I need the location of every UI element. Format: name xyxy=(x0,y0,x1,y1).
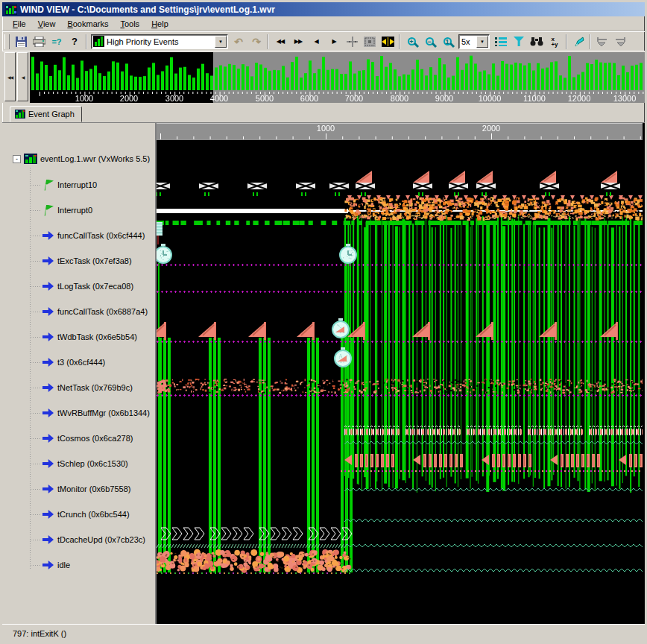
tree-item-icon xyxy=(42,180,54,191)
title-bar[interactable]: WIND VIEW - C:\Documents and Settings\jr… xyxy=(2,2,645,16)
tree-item-connector xyxy=(31,388,42,388)
overview-scroll-left-button[interactable]: ◀ xyxy=(17,52,28,101)
status-text: 797: intExitK () xyxy=(13,629,66,638)
tree-item-connector xyxy=(31,362,42,363)
save-icon xyxy=(16,37,27,47)
marker-button[interactable] xyxy=(569,34,587,50)
binoculars-icon xyxy=(530,37,543,46)
zoom-region-button[interactable] xyxy=(361,34,379,50)
filter-button[interactable] xyxy=(510,34,528,50)
event-list-button[interactable] xyxy=(492,34,510,50)
tree-item-icon xyxy=(42,332,54,343)
help-button[interactable]: ? xyxy=(66,34,83,50)
next-event-button[interactable]: ▶ xyxy=(325,34,343,50)
tab-event-graph[interactable]: Event Graph xyxy=(10,106,82,122)
tree-item-icon xyxy=(42,382,54,394)
toolbar-separator xyxy=(86,34,87,49)
zoom-region-icon xyxy=(364,37,376,47)
tree-item-label: tWdbTask (0x6e5b54) xyxy=(57,332,137,341)
tree-item[interactable]: t3 (0x6cf444) xyxy=(2,350,155,375)
tree-item-label: tWvRBuffMgr (0x6b1344) xyxy=(57,408,150,417)
toolbar-handle[interactable] xyxy=(4,34,10,49)
tree-item[interactable]: tMonitor (0x6b7558) xyxy=(2,476,155,502)
tab-strip: Event Graph xyxy=(2,103,645,122)
tree-item[interactable]: tLogTask (0x7eca08) xyxy=(2,274,155,299)
event-log-icon xyxy=(24,154,37,164)
context-help-icon: =? xyxy=(51,37,61,46)
tree-item-connector xyxy=(31,210,42,211)
save-button[interactable] xyxy=(12,34,30,50)
goto-end-button[interactable] xyxy=(611,34,629,50)
task-tree-panel: - eventLog.1.wvr (VxWorks 5.5) xyxy=(2,123,157,624)
toolbar-separator xyxy=(566,34,567,49)
toolbar: =? ? High Priority Events ▼ ↶ ↷ ◀◀ ▶▶ ◀ … xyxy=(2,31,645,51)
tree-item-label: tExcTask (0x7ef3a8) xyxy=(57,256,132,265)
print-button[interactable] xyxy=(30,34,48,50)
help-icon: ? xyxy=(72,36,78,47)
tree-item[interactable]: Interrupt10 xyxy=(2,172,155,198)
event-graph-panel xyxy=(157,123,645,624)
zoom-reset-button[interactable]: 1 xyxy=(438,34,456,50)
tree-item-label: tCrunch (0x6bc544) xyxy=(57,510,130,519)
undo-icon: ↶ xyxy=(234,36,243,48)
fit-width-button[interactable] xyxy=(379,34,397,50)
prev-fast-button[interactable]: ◀◀ xyxy=(271,34,289,50)
tree-item[interactable]: tExcTask (0x7ef3a8) xyxy=(2,248,155,274)
tree-item[interactable]: idle xyxy=(2,552,155,578)
menu-bar: File View Bookmarks Tools Help xyxy=(2,16,645,31)
status-bar: 797: intExitK () xyxy=(2,624,645,642)
next-fast-button[interactable]: ▶▶ xyxy=(289,34,307,50)
tree-item[interactable]: funcCallTask (0x6887a4) xyxy=(2,299,155,324)
event-graph-canvas[interactable] xyxy=(157,123,643,622)
prev-event-button[interactable]: ◀ xyxy=(307,34,325,50)
tree-item-icon xyxy=(42,357,54,368)
menu-item[interactable]: Bookmarks xyxy=(61,17,114,31)
tree-item-icon xyxy=(42,306,54,318)
menu-item[interactable]: Help xyxy=(145,17,174,31)
tree-root-label: eventLog.1.wvr (VxWorks 5.5) xyxy=(40,154,150,163)
tree-item[interactable]: tSchlep (0x6c1530) xyxy=(2,451,155,476)
app-window: WIND VIEW - C:\Documents and Settings\jr… xyxy=(0,0,647,644)
search-button[interactable] xyxy=(528,34,546,50)
view-select-combo[interactable]: High Priority Events ▼ xyxy=(91,34,228,49)
zoom-in-button[interactable]: + xyxy=(403,34,420,50)
tree-item-icon xyxy=(42,560,54,571)
tree-item[interactable]: Interrupt0 xyxy=(2,198,155,223)
menu-item[interactable]: View xyxy=(32,17,62,31)
goto-start-button[interactable] xyxy=(593,34,611,50)
center-cursor-button[interactable] xyxy=(343,34,361,50)
redo-button[interactable]: ↷ xyxy=(247,34,265,50)
tree-item[interactable]: tWdbTask (0x6e5b54) xyxy=(2,324,155,350)
tree-item-connector xyxy=(31,413,42,414)
tree-item[interactable]: tNetTask (0x769b9c) xyxy=(2,375,155,400)
tree-item[interactable]: tCosmos (0x6ca278) xyxy=(2,426,155,451)
main-content: - eventLog.1.wvr (VxWorks 5.5) xyxy=(2,122,645,624)
zoom-level-combo[interactable]: 5x ▼ xyxy=(458,34,490,49)
tree-item[interactable]: funcCallTask (0x6cf444) xyxy=(2,223,155,248)
menu-item[interactable]: File xyxy=(7,17,32,31)
tree-item-label: tDcacheUpd (0x7cb23c) xyxy=(57,535,145,544)
view-select-dropdown[interactable]: ▼ xyxy=(215,36,227,48)
tree-item-icon xyxy=(42,509,54,520)
tree-collapse-toggle[interactable]: - xyxy=(13,155,21,163)
histogram-icon xyxy=(93,36,104,47)
tree-item[interactable]: tDcacheUpd (0x7cb23c) xyxy=(2,527,155,552)
next-fast-icon: ▶▶ xyxy=(294,38,302,45)
menu-item[interactable]: Tools xyxy=(114,17,145,31)
next-icon: ▶ xyxy=(332,38,335,45)
event-graph-tab-icon xyxy=(15,110,25,119)
left-arrow-icon: ◀ xyxy=(22,75,25,80)
context-help-button[interactable]: =? xyxy=(48,34,66,50)
tree-root-row[interactable]: - eventLog.1.wvr (VxWorks 5.5) xyxy=(13,151,155,166)
coordinates-button[interactable]: x +y xyxy=(546,34,564,50)
overview-histogram[interactable] xyxy=(30,52,645,103)
tree-item[interactable]: tCrunch (0x6bc544) xyxy=(2,502,155,527)
tree-item-connector xyxy=(31,438,42,439)
tree-item-connector xyxy=(31,261,42,262)
undo-button[interactable]: ↶ xyxy=(230,34,247,50)
overview-scroll-fast-left-button[interactable]: ◀◀ xyxy=(4,52,16,101)
zoom-out-button[interactable]: − xyxy=(420,34,438,50)
tree-item[interactable]: tWvRBuffMgr (0x6b1344) xyxy=(2,400,155,426)
zoom-level-dropdown[interactable]: ▼ xyxy=(476,36,488,48)
tree-item-label: funcCallTask (0x6cf444) xyxy=(57,231,145,240)
